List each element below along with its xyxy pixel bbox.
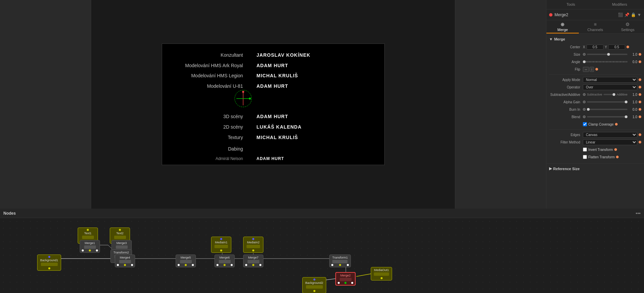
flip-icons: ↔ ↕ [583, 67, 594, 72]
flip-horizontal-button[interactable]: ↔ [583, 67, 589, 72]
size-keyframe-dot[interactable] [639, 53, 641, 56]
tab-merge[interactable]: ⊕ Merge [546, 20, 579, 33]
svg-point-3 [242, 91, 244, 93]
merge-section-header[interactable]: ▼ Merge [549, 37, 641, 41]
clamp-coverage-dot[interactable] [615, 123, 618, 126]
video-frame: Konzultant JAROSLAV KOKÍNEK Modelování H… [162, 44, 385, 165]
blend-keyframe-dot[interactable] [639, 115, 641, 118]
clamp-coverage-checkbox[interactable] [583, 122, 587, 126]
invert-transform-checkbox[interactable] [583, 148, 587, 152]
pin-icon[interactable]: 📌 [624, 12, 629, 17]
node-name: Merge2 [555, 12, 616, 17]
merge-section: ▼ Merge Center X Y [546, 36, 644, 162]
collapse-icon: ▼ [549, 37, 553, 41]
angle-label: Angle [549, 60, 583, 64]
credit-label-0: Konzultant [176, 51, 243, 60]
credit-label-4: 3D scény [176, 112, 243, 121]
burn-in-keyframe-dot[interactable] [639, 108, 641, 111]
flip-label: Flip [549, 68, 583, 71]
edges-select[interactable]: Canvas [583, 132, 637, 138]
nodes-more-button[interactable]: ••• [636, 211, 641, 216]
filter-method-select[interactable]: Linear [583, 139, 637, 145]
edges-dot[interactable] [639, 133, 641, 136]
viewer: Konzultant JAROSLAV KOKÍNEK Modelování H… [0, 0, 546, 209]
invert-transform-dot[interactable] [614, 148, 617, 151]
size-label: Size [549, 53, 583, 56]
additive-label: Additive [617, 93, 627, 96]
flip-keyframe-dot[interactable] [595, 68, 598, 71]
expand-icon[interactable]: ⬛ [618, 12, 623, 17]
flatten-transform-checkbox[interactable] [583, 155, 587, 159]
panel-header-icons: ⬛ 📌 🔒 ▼ [618, 12, 641, 17]
nodes-canvas[interactable]: Text1 Text2 [0, 218, 644, 293]
flip-vertical-button[interactable]: ↕ [590, 67, 594, 72]
center-y-input[interactable] [608, 45, 625, 50]
properties-panel: ▼ Merge Center X Y [546, 34, 644, 176]
dropdown-icon[interactable]: ▼ [637, 12, 641, 17]
credit-name-2: MICHAL KRULIŠ [257, 71, 298, 80]
alpha-gain-dot[interactable] [583, 101, 586, 103]
apply-mode-select[interactable]: Normal [583, 77, 637, 83]
channels-icon: ≡ [594, 22, 596, 27]
flatten-transform-dot[interactable] [616, 156, 619, 158]
tab-settings[interactable]: ⚙ Settings [612, 20, 644, 33]
blend-dot[interactable] [583, 115, 586, 118]
operator-dot[interactable] [639, 86, 641, 88]
flatten-transform-text: Flatten Transform [588, 155, 615, 159]
credit-label-7: Dabing [176, 144, 243, 154]
alpha-gain-keyframe-dot[interactable] [639, 101, 641, 103]
blend-value: 1.0 [629, 115, 637, 119]
credit-label-8: Admirál Nelson [176, 155, 243, 163]
size-dot[interactable] [583, 53, 586, 56]
operator-select[interactable]: Over [583, 84, 637, 90]
prop-invert-transform: Invert Transform [549, 146, 641, 153]
credit-label-1: Modelování HMS Ark Royal [176, 61, 243, 70]
prop-alpha-gain: Alpha Gain 1.0 [549, 98, 641, 106]
reference-size-header[interactable]: ▶ Reference Size [549, 166, 641, 171]
prop-filter-method: Filter Method Linear [549, 138, 641, 146]
tools-tab[interactable]: Tools [546, 0, 595, 9]
center-keyframe-dot[interactable] [626, 46, 629, 48]
clamp-coverage-text: Clamp Coverage [588, 123, 614, 126]
prop-size: Size 1.0 [549, 51, 641, 58]
blend-slider[interactable] [587, 116, 627, 117]
top-area: Konzultant JAROSLAV KOKÍNEK Modelování H… [0, 0, 644, 209]
sa-slider[interactable] [603, 94, 615, 95]
credit-label-5: 2D scény [176, 123, 243, 132]
modifiers-tab[interactable]: Modifiers [595, 0, 644, 9]
tab-channels[interactable]: ≡ Channels [579, 20, 611, 33]
size-value: 1.0 [629, 53, 637, 56]
alpha-gain-label: Alpha Gain [549, 100, 583, 104]
prop-apply-mode: Apply Mode Normal [549, 76, 641, 83]
alpha-gain-value: 1.0 [629, 100, 637, 104]
center-label: Center [549, 45, 583, 49]
credit-label-6: Textury [176, 133, 243, 142]
viewer-content: Konzultant JAROSLAV KOKÍNEK Modelování H… [0, 0, 546, 209]
burn-in-slider[interactable] [587, 109, 627, 110]
subtractive-label: Subtractive [587, 93, 602, 96]
transform-gizmo[interactable] [233, 88, 253, 109]
angle-keyframe-dot[interactable] [639, 60, 641, 63]
blend-label: Blend [549, 115, 583, 119]
filter-method-dot[interactable] [639, 141, 641, 143]
center-x-input[interactable] [587, 45, 603, 50]
prop-flatten-transform: Flatten Transform [549, 153, 641, 161]
apply-mode-dot[interactable] [639, 78, 641, 81]
size-slider[interactable] [587, 54, 627, 55]
sa-dot[interactable] [583, 93, 586, 96]
merge-icon: ⊕ [561, 22, 565, 27]
burn-in-dot[interactable] [583, 108, 586, 111]
alpha-gain-slider[interactable] [587, 101, 627, 103]
angle-slider[interactable] [583, 61, 627, 62]
sa-keyframe-dot[interactable] [639, 93, 641, 96]
prop-burn-in: Burn In 0.0 [549, 106, 641, 113]
filter-method-label: Filter Method [549, 140, 583, 144]
credits-content: Konzultant JAROSLAV KOKÍNEK Modelování H… [162, 44, 384, 165]
reference-size-expand-icon: ▶ [549, 166, 552, 171]
credit-name-8: ADAM HURT [257, 155, 284, 163]
panel-header: Merge2 ⬛ 📌 🔒 ▼ [546, 9, 644, 20]
prop-center: Center X Y [549, 43, 641, 51]
lock-icon[interactable]: 🔒 [631, 12, 636, 17]
credit-name-1: ADAM HURT [257, 61, 288, 70]
prop-operator: Operator Over [549, 83, 641, 91]
